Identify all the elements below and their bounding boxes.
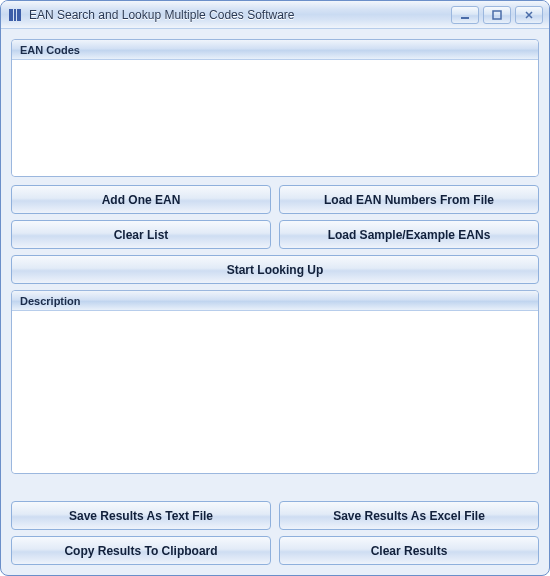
svg-rect-3 [461, 17, 469, 19]
svg-rect-0 [9, 9, 13, 21]
ean-codes-panel: EAN Codes [11, 39, 539, 177]
svg-rect-4 [493, 11, 501, 19]
svg-rect-1 [14, 9, 16, 21]
minimize-icon [460, 10, 470, 20]
window-body: EAN Codes Add One EAN Load EAN Numbers F… [1, 29, 549, 575]
add-one-ean-button[interactable]: Add One EAN [11, 185, 271, 214]
svg-rect-2 [17, 9, 21, 21]
titlebar: EAN Search and Lookup Multiple Codes Sof… [1, 1, 549, 29]
save-results-excel-button[interactable]: Save Results As Excel File [279, 501, 539, 530]
start-looking-up-button[interactable]: Start Looking Up [11, 255, 539, 284]
ean-codes-list[interactable] [12, 60, 538, 176]
ean-codes-header: EAN Codes [12, 40, 538, 60]
copy-results-clipboard-button[interactable]: Copy Results To Clipboard [11, 536, 271, 565]
load-sample-eans-button[interactable]: Load Sample/Example EANs [279, 220, 539, 249]
close-button[interactable] [515, 6, 543, 24]
app-window: EAN Search and Lookup Multiple Codes Sof… [0, 0, 550, 576]
description-panel: Description [11, 290, 539, 474]
minimize-button[interactable] [451, 6, 479, 24]
description-list[interactable] [12, 311, 538, 473]
app-icon [7, 7, 23, 23]
load-ean-from-file-button[interactable]: Load EAN Numbers From File [279, 185, 539, 214]
maximize-icon [492, 10, 502, 20]
save-results-text-button[interactable]: Save Results As Text File [11, 501, 271, 530]
description-header: Description [12, 291, 538, 311]
window-title: EAN Search and Lookup Multiple Codes Sof… [29, 8, 451, 22]
clear-results-button[interactable]: Clear Results [279, 536, 539, 565]
maximize-button[interactable] [483, 6, 511, 24]
close-icon [524, 10, 534, 20]
window-controls [451, 6, 543, 24]
clear-list-button[interactable]: Clear List [11, 220, 271, 249]
